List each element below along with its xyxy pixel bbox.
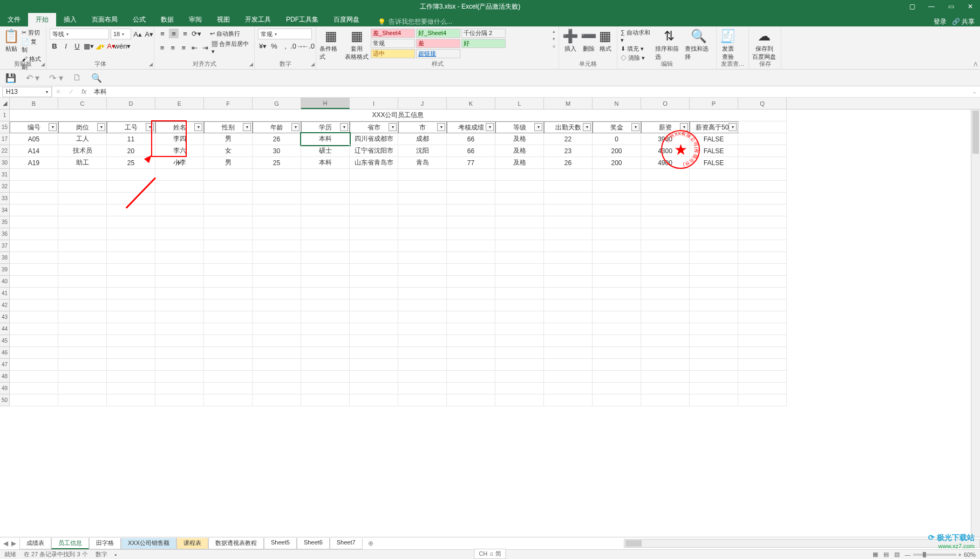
row-header[interactable]: 44 xyxy=(0,323,10,335)
empty-cell[interactable] xyxy=(301,383,350,394)
empty-cell[interactable] xyxy=(593,181,641,193)
data-cell[interactable]: 女 xyxy=(204,145,253,157)
filter-button[interactable]: ▾ xyxy=(437,123,445,131)
data-cell[interactable]: 200 xyxy=(593,157,641,169)
empty-cell[interactable] xyxy=(58,371,107,383)
empty-cell[interactable] xyxy=(544,240,593,252)
autosum-button[interactable]: ∑ 自动求和 ▾ xyxy=(621,29,653,44)
col-header-M[interactable]: M xyxy=(544,98,593,109)
data-cell[interactable]: 助工 xyxy=(58,157,107,169)
empty-cell[interactable] xyxy=(398,394,447,406)
data-cell[interactable]: 22 xyxy=(544,133,593,145)
filter-button[interactable]: ▾ xyxy=(49,123,57,131)
sheet-tab[interactable]: XXX公司销售额 xyxy=(121,538,176,549)
empty-cell[interactable] xyxy=(301,228,350,240)
empty-cell[interactable] xyxy=(447,204,495,216)
data-cell[interactable]: 25 xyxy=(107,157,155,169)
row-header[interactable]: 45 xyxy=(0,335,10,347)
empty-cell[interactable] xyxy=(738,335,787,347)
empty-cell[interactable] xyxy=(204,169,253,181)
empty-cell[interactable] xyxy=(350,394,398,406)
align-right-icon[interactable]: ≡ xyxy=(179,43,188,52)
empty-cell[interactable] xyxy=(350,240,398,252)
data-cell[interactable]: A05 xyxy=(10,133,58,145)
border-icon[interactable]: ▦▾ xyxy=(84,41,93,51)
row-header[interactable]: 47 xyxy=(0,359,10,371)
empty-cell[interactable] xyxy=(10,383,58,394)
empty-cell[interactable] xyxy=(495,288,544,299)
conditional-format-button[interactable]: ▦ 条件格式 xyxy=(319,29,343,61)
empty-cell[interactable] xyxy=(155,359,204,371)
shrink-font-icon[interactable]: A▾ xyxy=(144,29,154,39)
empty-cell[interactable] xyxy=(301,394,350,406)
empty-cell[interactable] xyxy=(641,311,690,323)
zoom-level[interactable]: 60% xyxy=(964,551,976,558)
empty-cell[interactable] xyxy=(544,359,593,371)
empty-cell[interactable] xyxy=(107,371,155,383)
dec-decimal-icon[interactable]: ←.0 xyxy=(303,41,313,51)
row-header[interactable]: 50 xyxy=(0,394,10,406)
empty-cell[interactable] xyxy=(204,276,253,288)
empty-cell[interactable] xyxy=(155,204,204,216)
empty-cell[interactable] xyxy=(641,335,690,347)
style-neutral[interactable]: 适中 xyxy=(371,49,415,58)
tab-insert[interactable]: 插入 xyxy=(56,13,84,26)
insert-cells-button[interactable]: ➕插入 xyxy=(562,29,579,53)
empty-cell[interactable] xyxy=(107,169,155,181)
macro-record-icon[interactable]: ▪ xyxy=(115,551,117,558)
empty-cell[interactable] xyxy=(593,288,641,299)
row-header[interactable]: 46 xyxy=(0,347,10,359)
empty-cell[interactable] xyxy=(253,394,301,406)
empty-cell[interactable] xyxy=(447,347,495,359)
font-launcher-icon[interactable]: ◢ xyxy=(149,62,153,67)
empty-cell[interactable] xyxy=(690,288,738,299)
empty-cell[interactable] xyxy=(544,335,593,347)
empty-cell[interactable] xyxy=(10,323,58,335)
empty-cell[interactable] xyxy=(398,204,447,216)
data-cell[interactable]: 30 xyxy=(253,145,301,157)
row-header[interactable]: 22 xyxy=(0,145,10,157)
data-cell[interactable]: 本科 xyxy=(301,133,350,145)
empty-cell[interactable] xyxy=(10,181,58,193)
empty-cell[interactable] xyxy=(398,335,447,347)
column-header-cell[interactable]: 年龄▾ xyxy=(253,121,301,133)
empty-cell[interactable] xyxy=(593,299,641,311)
empty-cell[interactable] xyxy=(350,347,398,359)
empty-cell[interactable] xyxy=(301,359,350,371)
empty-cell[interactable] xyxy=(155,193,204,204)
empty-cell[interactable] xyxy=(690,193,738,204)
empty-cell[interactable] xyxy=(447,323,495,335)
data-cell[interactable]: A14 xyxy=(10,145,58,157)
style-bad[interactable]: 差 xyxy=(416,39,460,48)
empty-cell[interactable] xyxy=(58,299,107,311)
phonetic-icon[interactable]: wén▾ xyxy=(118,41,127,51)
filter-button[interactable]: ▾ xyxy=(146,123,154,131)
data-cell[interactable]: 沈阳 xyxy=(398,145,447,157)
empty-cell[interactable] xyxy=(58,394,107,406)
empty-cell[interactable] xyxy=(253,347,301,359)
col-header-C[interactable]: C xyxy=(58,98,107,109)
col-header-L[interactable]: L xyxy=(495,98,544,109)
column-header-cell[interactable]: 工号▾ xyxy=(107,121,155,133)
empty-cell[interactable] xyxy=(10,169,58,181)
align-bottom-icon[interactable]: ≡ xyxy=(180,29,190,38)
empty-cell[interactable] xyxy=(641,193,690,204)
tab-formula[interactable]: 公式 xyxy=(125,13,153,26)
empty-cell[interactable] xyxy=(58,240,107,252)
empty-cell[interactable] xyxy=(447,299,495,311)
empty-cell[interactable] xyxy=(641,394,690,406)
view-pagelayout-icon[interactable]: ▤ xyxy=(883,551,889,558)
row-header[interactable]: 39 xyxy=(0,264,10,276)
empty-cell[interactable] xyxy=(350,169,398,181)
empty-cell[interactable] xyxy=(544,323,593,335)
data-cell[interactable]: 辽宁省沈阳市 xyxy=(350,145,398,157)
empty-cell[interactable] xyxy=(593,252,641,264)
empty-cell[interactable] xyxy=(107,193,155,204)
empty-cell[interactable] xyxy=(301,204,350,216)
style-hyperlink[interactable]: 超链接 xyxy=(416,49,460,58)
row-header[interactable]: 32 xyxy=(0,181,10,193)
sheet-tab[interactable]: 课程表 xyxy=(176,538,208,549)
expand-formula-icon[interactable]: ⌄ xyxy=(969,89,980,94)
grow-font-icon[interactable]: A▴ xyxy=(133,29,142,39)
empty-cell[interactable] xyxy=(155,264,204,276)
